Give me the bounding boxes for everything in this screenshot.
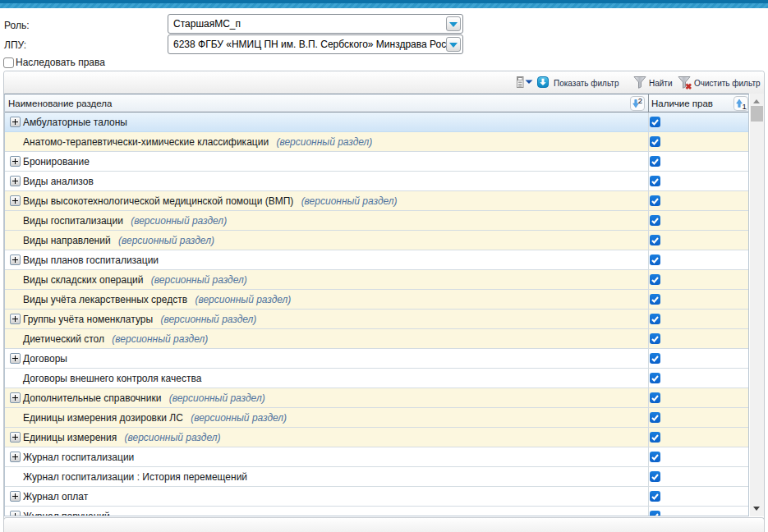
svg-text:1: 1 — [743, 102, 747, 110]
svg-text:2: 2 — [638, 97, 642, 105]
